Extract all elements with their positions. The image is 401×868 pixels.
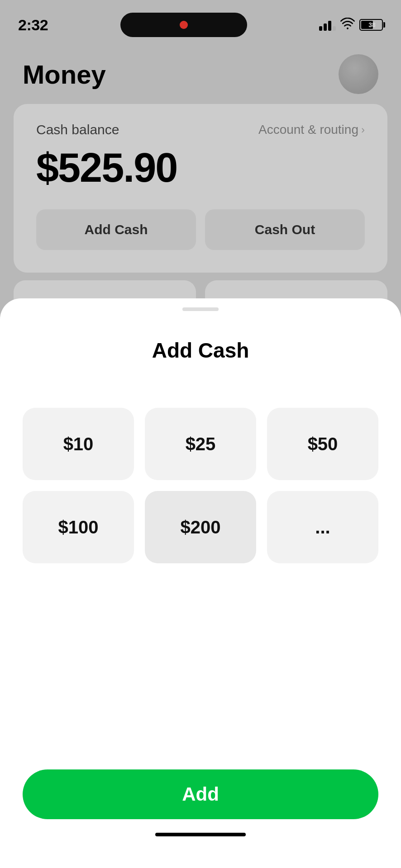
sheet-title: Add Cash bbox=[152, 338, 249, 363]
sheet-handle bbox=[182, 307, 219, 311]
amount-custom-button[interactable]: ... bbox=[267, 491, 378, 563]
amount-25-button[interactable]: $25 bbox=[145, 408, 256, 480]
amount-10-button[interactable]: $10 bbox=[23, 408, 134, 480]
amount-50-button[interactable]: $50 bbox=[267, 408, 378, 480]
add-button[interactable]: Add bbox=[23, 769, 378, 819]
add-cash-sheet: Add Cash $10 $25 $50 $100 $200 ... Add bbox=[0, 298, 401, 868]
amount-100-button[interactable]: $100 bbox=[23, 491, 134, 563]
amount-grid: $10 $25 $50 $100 $200 ... bbox=[23, 408, 378, 563]
home-indicator bbox=[155, 833, 246, 836]
amount-200-button[interactable]: $200 bbox=[145, 491, 256, 563]
